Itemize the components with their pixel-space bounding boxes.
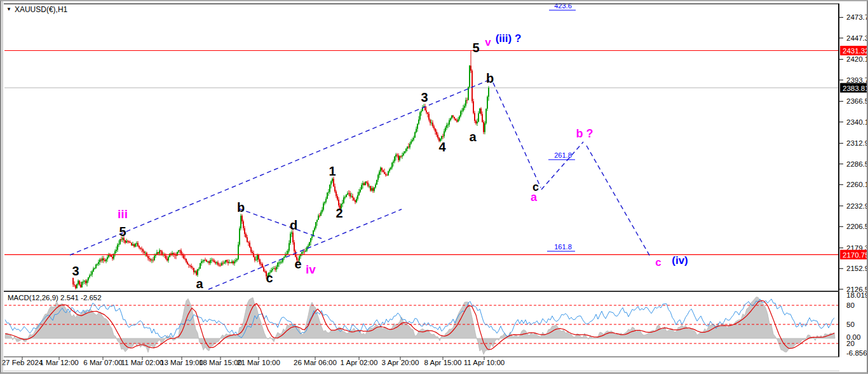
candle-body xyxy=(412,140,413,142)
macd-axis-label: 18.019 xyxy=(846,291,868,299)
candle-body xyxy=(103,258,104,260)
candle-body xyxy=(402,155,403,156)
time-axis-label: 13 Mar 19:00 xyxy=(160,359,203,366)
candle-body xyxy=(191,266,192,267)
wave-label: (iii) ? xyxy=(496,32,522,45)
candle-body xyxy=(261,264,262,265)
wave-label: iii xyxy=(118,207,128,221)
wave-label: b xyxy=(237,200,245,214)
candle-body xyxy=(371,188,372,191)
candle-body xyxy=(294,242,295,251)
candle-body xyxy=(442,136,444,137)
candle-body xyxy=(333,179,334,186)
candle-body xyxy=(445,128,446,132)
price-chart-canvas[interactable]: 423.6261.8161.83iii5abcdeiv1234a5v(iii) … xyxy=(1,1,868,374)
trendline[interactable] xyxy=(208,209,402,289)
macd-axis-label: -6.856 xyxy=(846,349,867,357)
candle-body xyxy=(95,265,97,268)
candle-body xyxy=(187,262,188,265)
candle-body xyxy=(352,196,353,198)
candle-body xyxy=(320,212,322,216)
trendline[interactable] xyxy=(587,146,650,256)
candle-body xyxy=(362,183,363,185)
wave-label: 3 xyxy=(72,264,79,278)
candle-body xyxy=(142,249,144,252)
candle-body xyxy=(216,262,217,263)
candle-body xyxy=(377,175,379,180)
candle-body xyxy=(360,190,361,192)
candle-body xyxy=(239,228,240,245)
candle-body xyxy=(461,111,463,111)
price-axis-label: 2232.91 xyxy=(846,202,868,210)
time-axis-label: 8 Apr 15:00 xyxy=(424,359,462,366)
trendline[interactable] xyxy=(239,209,322,239)
candle-body xyxy=(154,256,155,260)
candle-body xyxy=(132,244,133,246)
trendline[interactable] xyxy=(541,142,583,190)
candle-body xyxy=(107,257,108,259)
candle-body xyxy=(206,260,207,262)
candle-body xyxy=(356,199,357,202)
trendline[interactable] xyxy=(70,79,492,255)
candle-body xyxy=(215,262,216,263)
price-axis-label: 2393.71 xyxy=(846,76,868,84)
wave-label: c xyxy=(655,256,661,268)
candle-body xyxy=(444,131,445,136)
candle-body xyxy=(370,186,371,190)
candle-body xyxy=(244,228,245,234)
candle-body xyxy=(137,243,139,246)
candle-body xyxy=(217,262,219,265)
candle-body xyxy=(201,261,202,263)
candle-body xyxy=(315,222,316,228)
symbol-title[interactable]: ▼ XAUUSD(€),H1 xyxy=(6,5,67,14)
wave-label: 1 xyxy=(329,164,336,178)
candle-body xyxy=(404,151,405,153)
candle-body xyxy=(408,147,409,148)
candle-body xyxy=(116,250,117,251)
candle-body xyxy=(177,252,178,256)
candle-body xyxy=(214,260,215,262)
candle-body xyxy=(149,258,150,259)
candle-body xyxy=(151,260,153,260)
candle-body xyxy=(78,280,79,284)
candle-body xyxy=(319,216,320,216)
candle-body xyxy=(211,260,212,261)
candle-body xyxy=(338,200,339,205)
candle-body xyxy=(233,261,234,263)
candle-body xyxy=(158,252,159,253)
candle-body xyxy=(262,264,263,267)
candle-body xyxy=(92,272,93,275)
candle-body xyxy=(477,121,478,123)
candle-body xyxy=(168,257,169,260)
candle-body xyxy=(433,127,435,129)
candle-body xyxy=(386,175,388,176)
candle-body xyxy=(308,246,309,247)
candle-body xyxy=(98,262,99,264)
candle-body xyxy=(208,261,210,263)
candle-body xyxy=(487,97,488,109)
wave-label: 5 xyxy=(119,225,126,239)
candle-body xyxy=(200,263,201,269)
candle-body xyxy=(197,269,198,275)
candle-body xyxy=(405,149,407,151)
candle-body xyxy=(348,193,349,194)
candle-body xyxy=(465,100,466,106)
macd-axis-label: 50 xyxy=(846,321,855,328)
candle-body xyxy=(235,260,236,261)
trendline[interactable] xyxy=(493,83,541,188)
candle-body xyxy=(90,275,92,275)
candle-body xyxy=(165,256,166,259)
time-axis-label: 11 Apr 10:00 xyxy=(464,359,505,366)
candle-body xyxy=(121,239,122,240)
wave-label: d xyxy=(290,218,297,232)
candle-body xyxy=(230,262,231,263)
candle-body xyxy=(336,191,337,196)
candle-body xyxy=(432,123,433,127)
candle-body xyxy=(449,120,450,125)
candle-body xyxy=(288,243,290,251)
fib-level-label: 423.6 xyxy=(554,2,572,10)
candle-body xyxy=(430,120,431,123)
candle-body xyxy=(180,251,182,254)
time-axis-label: 21 Mar 10:00 xyxy=(237,359,280,366)
collapse-arrow-icon[interactable]: ▼ xyxy=(6,6,11,13)
